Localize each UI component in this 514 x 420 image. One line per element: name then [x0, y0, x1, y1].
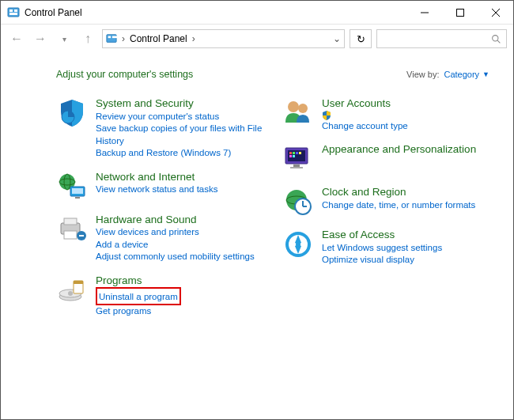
- svg-rect-1: [9, 9, 13, 12]
- search-box[interactable]: [376, 29, 507, 48]
- network-icon: [56, 171, 88, 202]
- clock-icon: [282, 186, 314, 218]
- close-button[interactable]: [478, 1, 513, 24]
- svg-rect-41: [290, 167, 303, 168]
- svg-rect-3: [9, 13, 17, 15]
- search-icon: [491, 34, 501, 44]
- breadcrumb-location[interactable]: Control Panel: [130, 33, 187, 44]
- svg-rect-8: [107, 35, 116, 43]
- category-link[interactable]: View network status and tasks: [96, 184, 263, 196]
- ease-of-access-icon: [282, 229, 314, 260]
- category-link[interactable]: Get programs: [96, 305, 263, 318]
- svg-rect-36: [296, 152, 298, 154]
- control-panel-icon: [7, 6, 20, 19]
- maximize-button[interactable]: [442, 1, 478, 24]
- appearance-icon: [282, 143, 314, 175]
- category-link[interactable]: Backup and Restore (Windows 7): [96, 147, 263, 160]
- svg-rect-24: [79, 235, 84, 236]
- category-system-security: System and Security Review your computer…: [56, 97, 263, 160]
- svg-rect-35: [293, 152, 295, 154]
- category-link[interactable]: Change date, time, or number formats: [322, 199, 489, 212]
- svg-rect-29: [74, 281, 83, 284]
- category-title[interactable]: User Accounts: [322, 97, 489, 110]
- programs-icon: [56, 274, 88, 306]
- breadcrumb-chevron[interactable]: ›: [122, 33, 125, 44]
- users-icon: [282, 97, 314, 129]
- recent-dropdown[interactable]: ▾: [55, 29, 74, 48]
- category-network-internet: Network and Internet View network status…: [56, 171, 263, 202]
- svg-point-49: [296, 242, 300, 247]
- shield-icon: [56, 97, 88, 129]
- control-panel-icon: [106, 33, 117, 44]
- svg-rect-5: [456, 9, 463, 16]
- category-title[interactable]: Ease of Access: [322, 229, 489, 241]
- category-title[interactable]: Programs: [96, 274, 263, 287]
- category-user-accounts: User Accounts Change account type: [282, 97, 489, 132]
- svg-point-11: [493, 35, 498, 40]
- up-button[interactable]: ↑: [78, 29, 97, 48]
- category-programs: Programs Uninstall a program Get program…: [56, 274, 263, 318]
- page-title: Adjust your computer's settings: [56, 69, 406, 80]
- chevron-down-icon[interactable]: ▼: [482, 70, 489, 78]
- category-link-uninstall[interactable]: Uninstall a program: [99, 292, 178, 301]
- svg-rect-9: [108, 36, 111, 39]
- category-title[interactable]: Hardware and Sound: [96, 214, 263, 226]
- svg-rect-19: [75, 197, 80, 199]
- svg-rect-39: [293, 155, 295, 157]
- svg-rect-37: [299, 152, 301, 154]
- printer-icon: [56, 214, 88, 245]
- category-link[interactable]: Optimize visual display: [322, 254, 489, 267]
- svg-rect-0: [8, 8, 19, 17]
- svg-rect-18: [72, 188, 83, 194]
- svg-rect-40: [293, 165, 300, 167]
- category-title[interactable]: Network and Internet: [96, 171, 263, 184]
- category-link[interactable]: Adjust commonly used mobility settings: [96, 251, 263, 263]
- category-ease-of-access: Ease of Access Let Windows suggest setti…: [282, 229, 489, 267]
- svg-line-12: [497, 40, 500, 43]
- svg-point-27: [68, 291, 73, 296]
- category-appearance: Appearance and Personalization: [282, 143, 489, 175]
- uac-shield-icon: [322, 111, 331, 120]
- svg-rect-10: [112, 36, 117, 39]
- category-link[interactable]: Review your computer's status: [96, 111, 263, 123]
- category-link[interactable]: Let Windows suggest settings: [322, 242, 489, 255]
- category-column-left: System and Security Review your computer…: [56, 97, 263, 317]
- category-title[interactable]: System and Security: [96, 97, 263, 110]
- svg-rect-2: [14, 9, 17, 12]
- category-hardware-sound: Hardware and Sound View devices and prin…: [56, 214, 263, 263]
- svg-rect-38: [289, 155, 292, 157]
- category-title[interactable]: Clock and Region: [322, 186, 489, 199]
- category-column-right: User Accounts Change account type Appear…: [282, 97, 489, 317]
- highlight-box: Uninstall a program: [96, 287, 181, 305]
- category-clock-region: Clock and Region Change date, time, or n…: [282, 186, 489, 218]
- category-title[interactable]: Appearance and Personalization: [322, 143, 489, 156]
- category-link[interactable]: Change account type: [322, 111, 489, 133]
- breadcrumb-chevron[interactable]: ›: [192, 33, 195, 44]
- window-title: Control Panel: [25, 7, 406, 18]
- category-link[interactable]: View devices and printers: [96, 226, 263, 239]
- svg-rect-22: [64, 231, 77, 239]
- view-by-label: View by:: [406, 70, 439, 79]
- svg-point-31: [298, 104, 308, 113]
- svg-point-30: [288, 101, 299, 112]
- back-button[interactable]: ←: [7, 29, 26, 48]
- svg-rect-21: [64, 218, 77, 225]
- view-by-value[interactable]: Category: [444, 70, 479, 79]
- svg-rect-34: [289, 152, 292, 154]
- address-bar[interactable]: › Control Panel › ⌄: [102, 29, 345, 48]
- minimize-button[interactable]: [406, 1, 442, 24]
- category-link[interactable]: Save backup copies of your files with Fi…: [96, 123, 263, 147]
- address-dropdown-icon[interactable]: ⌄: [333, 33, 341, 44]
- category-link[interactable]: Add a device: [96, 239, 263, 252]
- refresh-button[interactable]: ↻: [350, 29, 372, 48]
- forward-button[interactable]: →: [31, 29, 50, 48]
